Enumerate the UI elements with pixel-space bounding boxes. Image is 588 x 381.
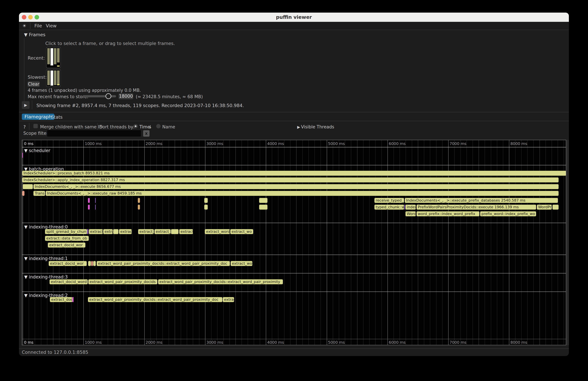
merge-children-checkbox[interactable] — [33, 124, 38, 128]
flame-bar[interactable] — [93, 261, 96, 266]
visible-threads-toggle[interactable]: ▶ Visible Threads — [297, 124, 334, 129]
axis-tick-label: 6000 ms — [389, 142, 406, 146]
sort-direction-arrow-icon[interactable]: ↓ — [148, 124, 152, 129]
group-header[interactable]: ▼ indexing-thread:3 — [23, 275, 69, 279]
frames-section-toggle[interactable]: ▼ Frames — [24, 32, 45, 37]
flame-bar[interactable]: typed_chunk::w — [374, 205, 404, 210]
flame-bar[interactable]: extract_word_pair_proximity_docids::extr… — [97, 261, 230, 266]
menu-file[interactable]: File — [34, 22, 42, 30]
clear-filter-button[interactable]: x — [143, 130, 149, 137]
frame-thumb-bar — [57, 48, 60, 63]
flame-bar[interactable]: extract_doc — [50, 297, 72, 302]
flame-bar[interactable]: Word — [405, 211, 416, 216]
flame-bar[interactable] — [171, 229, 179, 234]
tab-flamegraph[interactable]: Flamegraph — [22, 114, 54, 120]
flame-bar[interactable]: extract_ — [154, 229, 171, 234]
flame-bar[interactable] — [552, 205, 559, 210]
flame-bar[interactable]: prefix_word::index_prefix_wo — [480, 211, 536, 216]
flame-bar[interactable] — [72, 297, 74, 302]
flame-bar[interactable] — [259, 198, 268, 203]
section-indent-line — [24, 39, 24, 102]
separator — [19, 348, 569, 349]
flame-bar[interactable] — [22, 153, 23, 158]
axis-tick-label: 0 ms — [24, 340, 33, 345]
flame-bar[interactable]: extract_word_pair_proximity_docids::extr… — [158, 279, 283, 284]
controls-divider — [97, 123, 98, 130]
flame-bar[interactable]: extract_docid_word — [49, 279, 88, 284]
flame-bar[interactable]: IndexDocuments<_, _>::execute 8656.677 m… — [33, 184, 559, 189]
flame-bar[interactable]: extrac — [223, 297, 234, 302]
flame-bar[interactable]: extract_word_pair_proximity_docids — [88, 279, 157, 284]
toolbar-divider — [32, 100, 32, 109]
flame-bar[interactable]: IndexScheduler>::process_batch 8953.821 … — [22, 171, 566, 176]
flame-bar[interactable] — [204, 205, 208, 210]
max-frames-value[interactable]: 18000 — [119, 93, 133, 99]
flame-bar[interactable] — [91, 261, 93, 266]
screen-background: puffin viewer ☀ File View ▼ Frames Click… — [0, 0, 588, 381]
flame-bar[interactable]: WordPr — [537, 205, 552, 210]
controls-divider — [29, 123, 29, 130]
flame-bar[interactable] — [88, 205, 90, 210]
flame-bar[interactable]: extract_wo — [231, 261, 252, 266]
flame-bar[interactable]: extract::data_from_ob — [45, 236, 89, 241]
menu-bar: ☀ File View — [19, 22, 569, 30]
flame-bar[interactable]: extract_word_pair_proximity_docids::extr… — [88, 297, 222, 302]
flame-bar[interactable]: extract — [89, 229, 103, 234]
axis-tick-label: 0 ms — [24, 142, 33, 146]
flame-bar[interactable] — [113, 229, 119, 234]
clear-frames-button[interactable]: Clear — [27, 81, 40, 87]
group-separator — [22, 273, 566, 274]
flame-bar[interactable] — [138, 198, 140, 203]
flame-bar[interactable]: IndexDocuments<_, _>::execute_raw 8459.1… — [46, 191, 559, 196]
slowest-frame-thumbnail[interactable] — [46, 69, 61, 87]
visible-threads-label: Visible Threads — [301, 124, 334, 129]
flame-bar[interactable] — [95, 198, 96, 203]
flame-bar[interactable]: IndexScheduler>::apply_index_operation 8… — [22, 177, 559, 182]
canvas-scrollbar-track[interactable] — [566, 140, 569, 345]
sort-by-name-radio[interactable] — [156, 124, 161, 128]
recent-frame-thumbnail[interactable] — [46, 47, 61, 68]
flame-bar[interactable]: extract_word — [205, 229, 230, 234]
flame-bar[interactable] — [404, 205, 405, 210]
flame-bar[interactable]: extract_docid_wor — [49, 261, 87, 266]
sort-by-time-radio[interactable] — [133, 124, 138, 128]
frame-thumb-tick — [57, 65, 60, 67]
flame-bar[interactable]: extract_ — [138, 229, 154, 234]
max-frames-label: Max recent frames to store: — [28, 94, 88, 99]
frame-thumb-column — [47, 48, 50, 67]
flame-bar[interactable] — [259, 205, 268, 210]
flame-bar[interactable] — [23, 184, 33, 189]
play-button[interactable]: ▶ — [22, 101, 30, 109]
help-button[interactable]: ? — [23, 124, 26, 129]
theme-sun-icon[interactable]: ☀ — [22, 22, 26, 30]
group-header[interactable]: ▼ indexing-thread:0 — [23, 224, 69, 230]
flame-bar[interactable]: PrefixWordPairsProximityDocids::execute … — [417, 205, 536, 210]
flame-bar[interactable] — [95, 205, 96, 210]
flame-bar[interactable] — [22, 191, 24, 196]
flame-bar[interactable]: extrac — [119, 229, 132, 234]
flame-bar[interactable]: IndexDocuments<_, _>::execute_prefix_dat… — [405, 198, 558, 203]
flame-bar[interactable]: extra — [103, 229, 113, 234]
group-separator — [22, 254, 566, 255]
flamegraph-canvas[interactable]: 0 ms0 ms1000 ms1000 ms2000 ms2000 ms3000… — [22, 140, 566, 345]
flame-bar[interactable]: receive_typed_ — [374, 198, 404, 203]
flame-bar[interactable]: extract_docid_wor — [48, 243, 85, 248]
title-bar[interactable]: puffin viewer — [19, 13, 569, 22]
tab-stats[interactable]: Stats — [51, 114, 63, 120]
flame-bar[interactable] — [88, 261, 91, 266]
flame-bar[interactable] — [88, 198, 90, 203]
flame-bar[interactable] — [204, 198, 208, 203]
flame-bar[interactable]: extract — [179, 229, 193, 234]
flame-bar[interactable] — [138, 205, 140, 210]
flame-bar[interactable] — [87, 229, 88, 234]
flame-bar[interactable]: split_grenad_by_chun — [45, 229, 87, 234]
group-header[interactable]: ▼ indexing-thread:1 — [23, 256, 69, 261]
flame-bar[interactable]: word_prefix::index_word_prefix — [417, 211, 480, 216]
max-frames-slider-knob[interactable] — [105, 93, 111, 99]
group-header[interactable]: ▼ scheduler — [23, 148, 51, 153]
menu-view[interactable]: View — [46, 22, 57, 30]
flame-bar[interactable]: Trans — [33, 191, 45, 196]
scope-filter-input[interactable] — [47, 130, 141, 137]
flame-bar[interactable]: extract_wo — [230, 229, 253, 234]
flame-bar[interactable]: index — [405, 205, 416, 210]
